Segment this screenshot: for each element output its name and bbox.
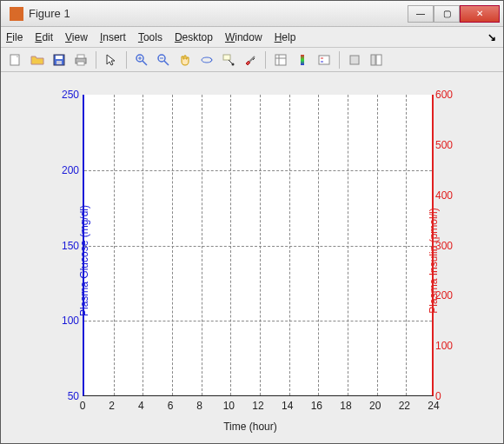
menu-desktop[interactable]: Desktop [175, 31, 213, 43]
y-axis-label-left: Plasma Glucose (mg/dl) [78, 204, 90, 315]
menubar: File Edit View Insert Tools Desktop Wind… [1, 27, 503, 48]
svg-rect-28 [376, 55, 381, 65]
close-button[interactable]: ✕ [460, 5, 500, 23]
save-button[interactable] [50, 50, 69, 70]
menu-window[interactable]: Window [225, 31, 262, 43]
menu-tools[interactable]: Tools [138, 31, 162, 43]
svg-rect-5 [77, 55, 84, 58]
zoom-in-button[interactable] [132, 50, 151, 70]
y-tick-label-right: 600 [435, 89, 460, 101]
y-tick-label-right: 400 [435, 189, 460, 202]
y-tick-label-right: 100 [435, 340, 460, 352]
x-tick-label: 12 [252, 400, 263, 412]
print-button[interactable] [71, 50, 90, 70]
brush-button[interactable] [241, 50, 260, 70]
svg-rect-15 [223, 55, 230, 60]
grid-line [84, 170, 432, 171]
svg-rect-27 [371, 55, 375, 65]
x-tick-label: 18 [340, 400, 351, 412]
x-tick-label: 8 [196, 400, 202, 412]
x-tick-label: 14 [282, 400, 293, 412]
hide-plot-tools-button[interactable] [345, 50, 364, 70]
svg-rect-22 [301, 55, 304, 65]
y-tick-label-left: 150 [51, 240, 79, 252]
data-cursor-button[interactable] [219, 50, 238, 70]
y-tick-label-left: 100 [51, 315, 79, 327]
menu-insert[interactable]: Insert [100, 31, 126, 43]
zoom-out-button[interactable] [154, 50, 173, 70]
menu-expand-icon[interactable]: ↘ [486, 31, 498, 43]
window-title: Figure 1 [29, 7, 408, 20]
menu-view[interactable]: View [65, 31, 88, 43]
link-data-button[interactable] [271, 50, 290, 70]
toolbar [1, 48, 503, 72]
y-tick-label-left: 50 [51, 390, 79, 402]
legend-button[interactable] [315, 50, 334, 70]
grid-line [84, 246, 432, 247]
x-tick-label: 16 [311, 400, 322, 412]
svg-line-12 [164, 61, 169, 65]
maximize-button[interactable]: ▢ [434, 5, 460, 23]
menu-help[interactable]: Help [275, 31, 296, 43]
pan-button[interactable] [176, 50, 195, 70]
y-tick-label-right: 300 [435, 240, 460, 252]
x-tick-label: 4 [138, 400, 144, 412]
svg-rect-23 [319, 56, 329, 64]
open-button[interactable] [28, 50, 47, 70]
y-tick-label-left: 200 [51, 164, 79, 176]
show-plot-tools-button[interactable] [367, 50, 386, 70]
titlebar: Figure 1 — ▢ ✕ [1, 1, 503, 27]
axes[interactable] [83, 95, 434, 396]
y-tick-label-right: 500 [435, 139, 460, 151]
plot-box: Plasma Glucose (mg/dl) Plasma Insulin (p… [8, 84, 493, 436]
x-tick-label: 22 [399, 400, 410, 412]
svg-rect-6 [77, 62, 84, 65]
rotate3d-button[interactable] [197, 50, 216, 70]
x-tick-label: 2 [109, 400, 115, 412]
y-tick-label-right: 0 [435, 390, 460, 402]
window-buttons: — ▢ ✕ [408, 5, 500, 23]
toolbar-separator [339, 51, 340, 69]
toolbar-separator [126, 51, 127, 69]
matlab-icon [10, 7, 23, 21]
y-tick-label-left: 250 [51, 89, 79, 101]
colorbar-button[interactable] [293, 50, 312, 70]
svg-rect-19 [275, 55, 286, 65]
pointer-button[interactable] [102, 50, 121, 70]
grid-line [84, 321, 432, 321]
svg-rect-2 [56, 56, 63, 59]
svg-line-8 [143, 61, 147, 65]
menu-edit[interactable]: Edit [35, 31, 53, 43]
y-tick-label-right: 200 [435, 289, 460, 302]
x-tick-label: 0 [80, 400, 86, 412]
svg-rect-3 [56, 61, 62, 64]
figure-window: Figure 1 — ▢ ✕ File Edit View Insert Too… [0, 0, 504, 444]
new-figure-button[interactable] [6, 50, 25, 70]
x-axis-label: Time (hour) [223, 421, 277, 433]
x-tick-label: 10 [223, 400, 235, 412]
x-tick-label: 6 [168, 400, 174, 412]
menu-file[interactable]: File [6, 31, 23, 43]
minimize-button[interactable]: — [408, 5, 434, 23]
toolbar-separator [96, 51, 96, 69]
svg-point-17 [232, 63, 235, 65]
x-tick-label: 20 [369, 400, 381, 412]
toolbar-separator [265, 51, 266, 69]
svg-rect-26 [350, 56, 359, 64]
plot-area: Plasma Glucose (mg/dl) Plasma Insulin (p… [1, 72, 503, 443]
